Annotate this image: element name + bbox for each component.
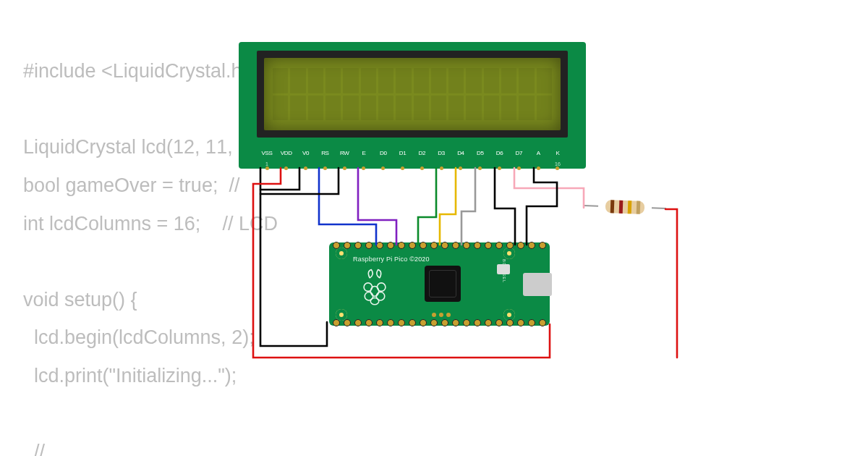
lcd-bezel [257,51,568,138]
lcd-1602-module: VSSVDDV0RSRWED0D1D2D3D4D5D6D7AK 116 [239,42,586,169]
svg-point-5 [370,298,378,305]
svg-point-1 [364,283,372,291]
circuit-diagram: VSSVDDV0RSRWED0D1D2D3D4D5D6D7AK 116 Rasp… [0,0,868,456]
svg-point-2 [377,283,385,291]
pico-bottom-pins [333,319,546,326]
raspberry-pi-pico: Raspberry Pi Pico ©2020 BOOTSEL [329,242,550,326]
lcd-pin-numbers: 116 [259,161,566,166]
bootsel-label: BOOTSEL [502,259,506,283]
resistor [597,198,654,216]
pico-silkscreen-label: Raspberry Pi Pico ©2020 [353,256,430,263]
lcd-solder-pads [259,166,566,171]
micro-usb-port [523,273,552,296]
pico-debug-pins [432,313,451,317]
lcd-pin-labels: VSSVDDV0RSRWED0D1D2D3D4D5D6D7AK [259,150,566,156]
resistor-body [605,200,645,214]
pico-top-pins [333,242,546,249]
raspberry-logo-icon [358,266,391,306]
rp2040-chip-icon [425,266,461,302]
lcd-char-grid [273,68,552,120]
lcd-screen [264,58,561,130]
